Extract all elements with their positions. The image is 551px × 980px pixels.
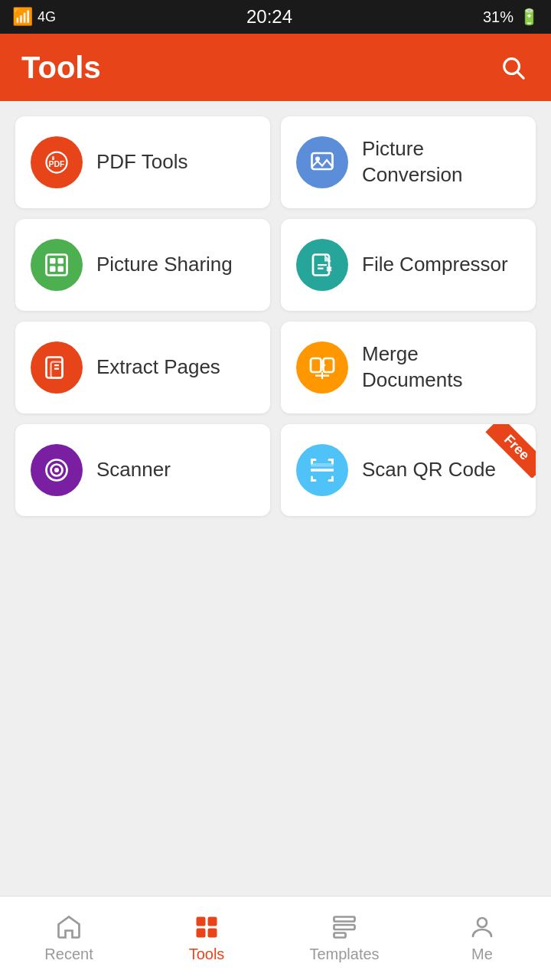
svg-rect-25 <box>197 917 206 926</box>
svg-rect-23 <box>311 463 334 467</box>
svg-point-32 <box>478 918 487 927</box>
merge-documents-icon <box>296 341 348 394</box>
picture-conversion-icon <box>296 136 348 188</box>
tool-card-pdf-tools[interactable]: PDF PDF Tools <box>15 116 270 208</box>
svg-rect-29 <box>334 917 355 922</box>
svg-point-22 <box>54 468 59 472</box>
svg-rect-28 <box>208 929 217 938</box>
merge-documents-label: Merge Documents <box>362 341 520 394</box>
picture-sharing-label: Picture Sharing <box>96 252 233 278</box>
battery-percent: 31% <box>483 8 514 26</box>
tool-card-scan-qr-code[interactable]: Scan QR Code <box>281 424 536 516</box>
svg-rect-15 <box>51 362 63 378</box>
svg-rect-10 <box>58 266 64 273</box>
picture-conversion-label: Picture Conversion <box>362 136 520 188</box>
svg-rect-9 <box>50 266 56 273</box>
nav-item-me[interactable]: Me <box>413 913 551 963</box>
svg-rect-16 <box>311 358 321 372</box>
nav-label-me: Me <box>471 946 493 963</box>
svg-rect-14 <box>47 358 63 378</box>
user-icon <box>468 913 496 941</box>
battery-icon: 🔋 <box>520 8 539 26</box>
tool-card-picture-sharing[interactable]: Picture Sharing <box>15 219 270 311</box>
nav-item-recent[interactable]: Recent <box>0 913 138 963</box>
status-right: 31% 🔋 <box>483 8 539 26</box>
file-compressor-icon <box>296 239 348 291</box>
tool-card-merge-documents[interactable]: Merge Documents <box>281 322 536 413</box>
tool-card-picture-conversion[interactable]: Picture Conversion <box>281 116 536 208</box>
svg-line-1 <box>517 72 523 78</box>
svg-rect-30 <box>334 925 355 929</box>
app-header: Tools <box>0 34 551 101</box>
svg-rect-6 <box>47 255 67 276</box>
scan-qr-code-icon <box>296 444 348 496</box>
tool-card-file-compressor[interactable]: File Compressor <box>281 219 536 311</box>
file-compressor-label: File Compressor <box>362 252 508 278</box>
search-button[interactable] <box>496 51 530 84</box>
free-badge <box>482 424 536 478</box>
pdf-tools-icon: PDF <box>31 136 83 188</box>
page-title: Tools <box>21 51 101 85</box>
scan-qr-code-label: Scan QR Code <box>362 457 496 483</box>
main-content: PDF PDF Tools Picture Conversion <box>0 101 551 896</box>
signal-icon: 📶 <box>12 7 33 27</box>
status-bar: 📶 4G 20:24 31% 🔋 <box>0 0 551 34</box>
nav-item-tools[interactable]: Tools <box>138 913 276 963</box>
tool-card-extract-pages[interactable]: Extract Pages <box>15 322 270 413</box>
svg-rect-8 <box>58 258 64 264</box>
extract-pages-icon <box>31 341 83 394</box>
svg-rect-7 <box>50 258 56 264</box>
scanner-label: Scanner <box>96 457 171 483</box>
pdf-tools-label: PDF Tools <box>96 149 187 175</box>
bottom-nav: Recent Tools Templates Me <box>0 896 551 980</box>
nav-item-templates[interactable]: Templates <box>276 913 413 963</box>
scanner-icon <box>31 444 83 496</box>
nav-label-templates: Templates <box>309 946 379 963</box>
svg-rect-27 <box>197 929 206 938</box>
svg-text:PDF: PDF <box>49 159 66 168</box>
nav-label-tools: Tools <box>189 946 225 963</box>
status-time: 20:24 <box>246 6 292 28</box>
extract-pages-label: Extract Pages <box>96 354 220 381</box>
nav-label-recent: Recent <box>44 946 93 963</box>
network-type: 4G <box>37 9 56 25</box>
svg-rect-26 <box>208 917 217 926</box>
templates-icon <box>331 913 358 941</box>
home-icon <box>55 913 83 941</box>
tools-grid: PDF PDF Tools Picture Conversion <box>15 116 536 516</box>
tools-nav-icon <box>193 913 220 941</box>
svg-rect-31 <box>334 933 346 938</box>
status-left: 📶 4G <box>12 7 56 27</box>
picture-sharing-icon <box>31 239 83 291</box>
tool-card-scanner[interactable]: Scanner <box>15 424 270 516</box>
